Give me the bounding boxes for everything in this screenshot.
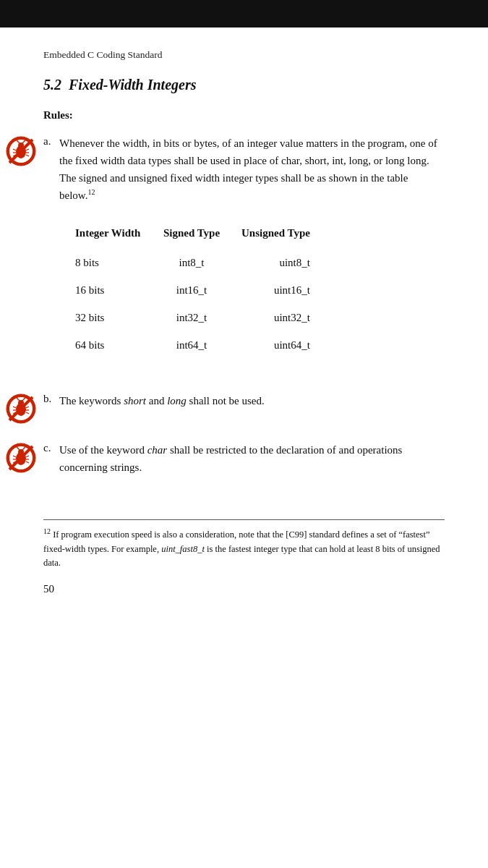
col-header-unsigned: Unsigned Type: [241, 220, 330, 249]
section-number: 5.2: [43, 77, 61, 93]
page-number: 50: [43, 583, 445, 595]
table-cell: int64_t: [162, 331, 241, 359]
table-cell: uint32_t: [241, 304, 330, 331]
rule-item-a: a. Whenever the width, in bits or bytes,…: [43, 135, 445, 375]
footnote-text: If program execution speed is also a con…: [43, 529, 440, 568]
section-heading: Fixed-Width Integers: [69, 77, 197, 93]
table-row: 32 bitsint32_tuint32_t: [75, 304, 330, 331]
table-row: 8 bitsint8_tuint8_t: [75, 249, 330, 276]
rules-label: Rules:: [43, 109, 445, 122]
rule-text-c: Use of the keyword char shall be restric…: [59, 441, 445, 476]
breadcrumb: Embedded C Coding Standard: [43, 49, 445, 61]
footnote-number: 12: [43, 529, 51, 540]
table-cell: int32_t: [162, 304, 241, 331]
footnote-section: 12 If program execution speed is also a …: [43, 519, 445, 570]
rule-letter-a: a.: [43, 135, 59, 148]
rule-text-a: Whenever the width, in bits or bytes, of…: [59, 135, 445, 375]
table-cell: 16 bits: [75, 276, 162, 304]
page-content: Embedded C Coding Standard 5.2 Fixed-Wid…: [0, 27, 488, 624]
footnote-italic: uint_fast8_t: [161, 544, 205, 554]
col-header-width: Integer Width: [75, 220, 162, 249]
table-cell: uint8_t: [241, 249, 330, 276]
no-photography-icon-c: [6, 443, 36, 473]
rule-text-b: The keywords short and long shall not be…: [59, 392, 445, 409]
table-row: 16 bitsint16_tuint16_t: [75, 276, 330, 304]
rule-letter-c: c.: [43, 441, 59, 454]
table-cell: 8 bits: [75, 249, 162, 276]
top-bar: [0, 0, 488, 27]
col-header-signed: Signed Type: [162, 220, 241, 249]
table-row: 64 bitsint64_tuint64_t: [75, 331, 330, 359]
table-cell: int16_t: [162, 276, 241, 304]
table-cell: 64 bits: [75, 331, 162, 359]
no-photography-icon-b: [6, 393, 36, 424]
no-photography-icon-a: [6, 136, 36, 166]
footnote-ref: 12: [87, 188, 95, 196]
table-cell: uint64_t: [241, 331, 330, 359]
rule-item-c: c. Use of the keyword char shall be rest…: [43, 441, 445, 476]
keyword-char: char: [147, 444, 168, 456]
table-cell: int8_t: [162, 249, 241, 276]
section-title: 5.2 Fixed-Width Integers: [43, 77, 445, 93]
rule-letter-b: b.: [43, 392, 59, 405]
integer-type-table: Integer Width Signed Type Unsigned Type …: [75, 220, 330, 359]
table-cell: 32 bits: [75, 304, 162, 331]
rule-item-b: b. The keywords short and long shall not…: [43, 392, 445, 424]
keyword-long: long: [167, 395, 187, 407]
table-cell: uint16_t: [241, 276, 330, 304]
keyword-short: short: [124, 395, 146, 407]
